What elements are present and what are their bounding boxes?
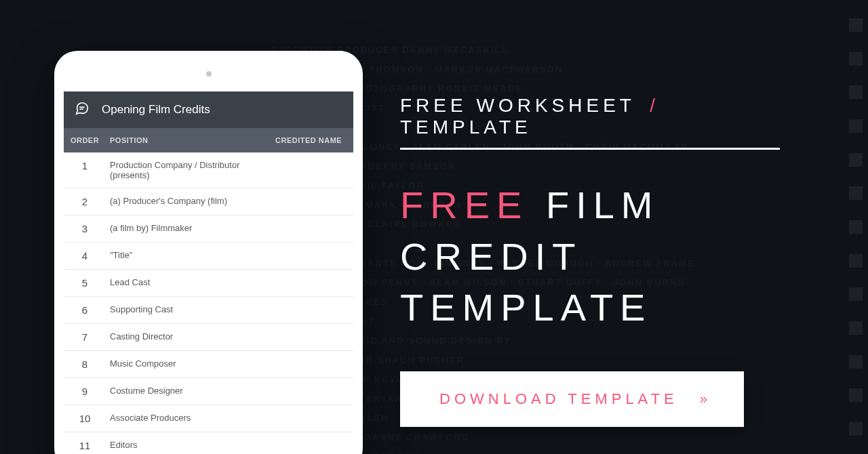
table-row: 4"Title" (64, 243, 353, 270)
cta-label: Download Template (439, 390, 678, 408)
cell-credited-name (275, 250, 353, 262)
cell-order: 7 (64, 331, 106, 343)
cell-credited-name (275, 440, 353, 451)
eyebrow-post: Template (400, 117, 532, 138)
film-strip-decoration (844, 0, 868, 454)
cell-order: 1 (64, 160, 106, 180)
headline-accent: Free (400, 184, 528, 226)
header-order: ORDER (64, 136, 106, 144)
table-row: 10Associate Producers (64, 405, 353, 432)
cell-credited-name (275, 196, 353, 207)
table-column-headers: ORDER POSITION CREDITED NAME (64, 128, 353, 152)
eyebrow-pre: Free Worksheet (400, 95, 635, 116)
cell-position: "Title" (106, 250, 275, 262)
cell-credited-name (275, 160, 353, 180)
cell-position: Music Composer (106, 358, 275, 370)
eyebrow-text: Free Worksheet / Template (400, 95, 780, 150)
chevron-right-icon: » (700, 391, 705, 407)
header-credited-name: CREDITED NAME (275, 136, 353, 144)
cell-credited-name (275, 386, 353, 397)
tablet-mockup: Opening Film Credits ORDER POSITION CRED… (54, 51, 363, 454)
cell-position: Editors (106, 440, 275, 451)
table-row: 3(a film by) Filmmaker (64, 215, 353, 243)
cell-credited-name (275, 413, 353, 424)
table-row: 5Lead Cast (64, 270, 353, 297)
cell-position: Costume Designer (106, 386, 275, 397)
table-row: 2(a) Producer's Company (film) (64, 188, 353, 215)
table-row: 11Editors (64, 432, 353, 454)
cell-order: 4 (64, 250, 106, 262)
chat-icon (75, 101, 90, 119)
tablet-camera-dot (206, 71, 212, 77)
cell-position: Supporting Cast (106, 304, 275, 316)
headline-line2: Template (400, 286, 652, 329)
cell-position: Production Company / Distributor (presen… (106, 160, 275, 180)
cell-credited-name (275, 223, 353, 234)
cell-position: (a film by) Filmmaker (106, 223, 275, 234)
table-row: 1Production Company / Distributor (prese… (64, 152, 353, 188)
table-row: 8Music Composer (64, 351, 353, 378)
hero-content: Free Worksheet / Template Free Film Cred… (400, 95, 780, 427)
cell-position: Casting Director (106, 331, 275, 343)
cell-order: 5 (64, 277, 106, 289)
tablet-screen: Opening Film Credits ORDER POSITION CRED… (64, 91, 353, 454)
cell-position: Lead Cast (106, 277, 275, 289)
cell-order: 11 (64, 440, 106, 451)
eyebrow-slash: / (650, 95, 659, 116)
cell-position: Associate Producers (106, 413, 275, 424)
table-header-bar: Opening Film Credits (64, 91, 353, 128)
header-position: POSITION (106, 136, 275, 144)
cell-order: 3 (64, 223, 106, 234)
table-body: 1Production Company / Distributor (prese… (64, 152, 353, 454)
download-template-button[interactable]: Download Template » (400, 371, 744, 427)
table-title: Opening Film Credits (102, 103, 210, 117)
cell-order: 10 (64, 413, 106, 424)
cell-order: 2 (64, 196, 106, 207)
cell-order: 8 (64, 358, 106, 370)
cell-credited-name (275, 277, 353, 289)
cell-order: 9 (64, 386, 106, 397)
cell-position: (a) Producer's Company (film) (106, 196, 275, 207)
cell-credited-name (275, 358, 353, 370)
cell-credited-name (275, 331, 353, 343)
cell-order: 6 (64, 304, 106, 316)
table-row: 6Supporting Cast (64, 297, 353, 324)
table-row: 9Costume Designer (64, 378, 353, 405)
table-row: 7Casting Director (64, 324, 353, 351)
headline: Free Film Credit Template (400, 180, 780, 333)
cell-credited-name (275, 304, 353, 316)
